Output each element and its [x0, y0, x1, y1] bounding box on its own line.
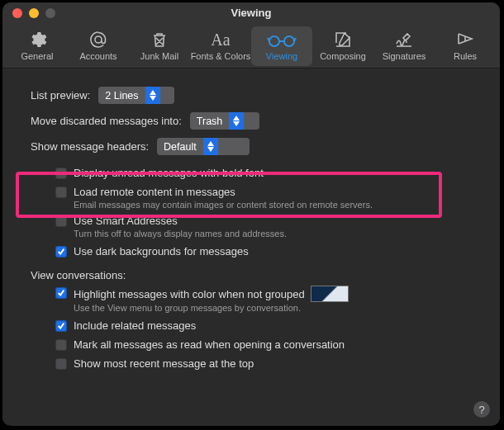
tab-accounts[interactable]: Accounts: [68, 26, 129, 66]
option-most-recent-top[interactable]: Show most recent message at the top: [55, 354, 477, 373]
checkbox-label: Mark all messages as read when opening a…: [74, 338, 345, 351]
select-value: 2 Lines: [98, 90, 145, 102]
close-button[interactable]: [12, 8, 22, 18]
stepper-icon: [203, 138, 218, 155]
select-value: Default: [157, 141, 203, 153]
checkbox-unchecked[interactable]: [55, 358, 67, 370]
tab-fonts-colors[interactable]: Aa Fonts & Colors: [190, 26, 251, 66]
tab-label: Rules: [454, 51, 477, 61]
checkbox-subtext: Email messages may contain images or con…: [74, 200, 373, 210]
tab-rules[interactable]: Rules: [435, 26, 496, 66]
minimize-button[interactable]: [29, 8, 39, 18]
tab-label: Junk Mail: [140, 51, 178, 61]
zoom-button[interactable]: [45, 8, 55, 18]
gear-icon: [27, 30, 47, 50]
signature-icon: [394, 30, 414, 50]
preferences-window: Viewing General Accounts Junk Mail Aa Fo…: [2, 2, 500, 426]
move-discarded-label: Move discarded messages into:: [31, 115, 182, 127]
stepper-icon: [229, 112, 244, 130]
help-button[interactable]: ?: [473, 401, 490, 418]
tab-label: Signatures: [383, 51, 426, 61]
list-preview-label: List preview:: [31, 89, 90, 102]
preferences-toolbar: General Accounts Junk Mail Aa Fonts & Co…: [2, 23, 500, 69]
checkbox-unchecked[interactable]: [55, 168, 67, 179]
tab-junk-mail[interactable]: Junk Mail: [129, 26, 190, 66]
checkbox-checked[interactable]: [55, 246, 67, 258]
list-preview-select[interactable]: 2 Lines: [98, 87, 174, 104]
tab-general[interactable]: General: [7, 26, 68, 66]
checkbox-subtext: Use the View menu to group messages by c…: [74, 303, 301, 313]
rules-icon: [455, 30, 475, 50]
at-icon: [88, 30, 108, 50]
option-bold-unread[interactable]: Display unread messages with bold font: [55, 163, 477, 182]
window-controls: [12, 8, 55, 18]
option-dark-backgrounds[interactable]: Use dark backgrounds for messages: [55, 242, 477, 261]
glasses-icon: [265, 30, 298, 50]
option-highlight-messages[interactable]: Highlight messages with color when not g…: [55, 283, 477, 316]
titlebar: Viewing: [2, 2, 500, 23]
checkbox-checked[interactable]: [55, 287, 67, 299]
fonts-icon: Aa: [211, 30, 230, 50]
trash-icon: [150, 30, 169, 50]
view-conversations-label: View conversations:: [31, 269, 477, 281]
checkbox-label: Show most recent message at the top: [74, 357, 254, 370]
checkbox-label: Highlight messages with color when not g…: [74, 288, 305, 300]
checkbox-subtext: Turn this off to always display names an…: [74, 229, 287, 239]
move-discarded-select[interactable]: Trash: [190, 112, 259, 130]
tab-label: Fonts & Colors: [191, 51, 251, 61]
headers-label: Show message headers:: [31, 140, 149, 153]
checkbox-label: Use Smart Addresses: [74, 215, 287, 227]
checkbox-checked[interactable]: [55, 320, 67, 332]
svg-point-1: [284, 36, 294, 46]
tab-viewing[interactable]: Viewing: [251, 26, 312, 66]
option-mark-all-read[interactable]: Mark all messages as read when opening a…: [55, 335, 477, 354]
tab-label: Accounts: [79, 51, 116, 61]
checkbox-unchecked[interactable]: [55, 215, 67, 227]
option-remote-content[interactable]: Load remote content in messages Email me…: [55, 182, 477, 211]
tab-signatures[interactable]: Signatures: [373, 26, 435, 66]
checkbox-unchecked[interactable]: [55, 187, 67, 198]
checkbox-label: Display unread messages with bold font: [74, 167, 264, 179]
select-value: Trash: [190, 116, 230, 127]
viewing-pane: List preview: 2 Lines Move discarded mes…: [2, 69, 500, 381]
highlight-color-swatch[interactable]: [311, 286, 348, 301]
checkbox-label: Include related messages: [74, 319, 196, 332]
checkbox-unchecked[interactable]: [55, 339, 67, 351]
checkbox-label: Load remote content in messages: [74, 186, 373, 198]
stepper-icon: [145, 87, 160, 104]
option-include-related[interactable]: Include related messages: [55, 316, 477, 335]
tab-label: Composing: [320, 51, 366, 61]
headers-select[interactable]: Default: [157, 138, 250, 155]
tab-label: Viewing: [266, 51, 297, 61]
tab-composing[interactable]: Composing: [312, 26, 373, 66]
option-smart-addresses[interactable]: Use Smart Addresses Turn this off to alw…: [55, 211, 477, 242]
checkbox-label: Use dark backgrounds for messages: [74, 245, 249, 258]
svg-point-0: [269, 36, 279, 46]
tab-label: General: [21, 51, 53, 61]
window-title: Viewing: [231, 7, 272, 19]
compose-icon: [333, 30, 353, 50]
